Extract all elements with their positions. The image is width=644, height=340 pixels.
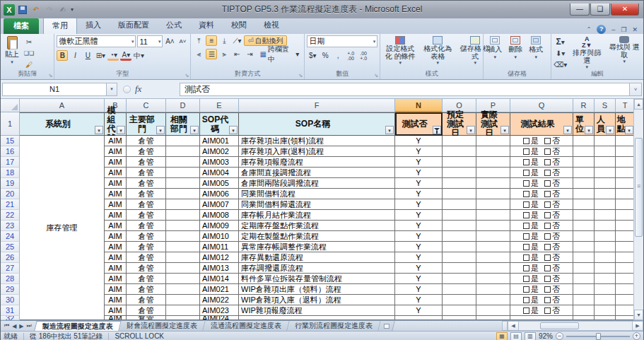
cell-related[interactable] — [166, 168, 200, 178]
cell-r[interactable] — [573, 242, 595, 252]
increase-indent-icon[interactable]: ⇥ — [244, 49, 255, 59]
scroll-left-icon[interactable]: ◀ — [508, 321, 519, 331]
clipboard-dialog-launcher-icon[interactable]: ⇘ — [49, 73, 53, 78]
align-right-icon[interactable]: ⫸ — [218, 49, 230, 59]
cell-s[interactable] — [595, 252, 616, 263]
scroll-up-icon[interactable]: ▲ — [634, 99, 643, 110]
column-header-D[interactable]: D — [166, 99, 200, 112]
row-header-30[interactable]: 30 — [1, 295, 20, 305]
sort-filter-button[interactable]: AZ▼ 排序與篩選▾ — [569, 35, 604, 70]
header-cell-N1[interactable]: 測試否 — [395, 112, 443, 136]
cell-actual-date[interactable] — [476, 136, 510, 146]
cell-module[interactable]: AIM — [105, 210, 127, 221]
checkbox-yes-icon[interactable] — [523, 159, 529, 165]
cell-module[interactable]: AIM — [105, 221, 127, 231]
cell-planned-date[interactable] — [443, 157, 476, 168]
cell-related[interactable] — [166, 252, 200, 263]
cell-module[interactable]: AIM — [105, 178, 127, 189]
cell-dept[interactable]: 倉管 — [127, 157, 166, 168]
header-cell-R1[interactable]: 單位▾ — [573, 112, 595, 136]
cell-t[interactable] — [616, 221, 635, 231]
header-cell-P1[interactable]: 實際測試日▾ — [476, 112, 510, 136]
checkbox-no-icon[interactable] — [544, 180, 551, 187]
cell-dept[interactable]: 倉管 — [127, 263, 166, 274]
row-header-16[interactable]: 16 — [1, 146, 20, 157]
cell-module[interactable]: AIM — [105, 305, 127, 316]
cell-r[interactable] — [573, 136, 595, 146]
underline-button[interactable]: U — [82, 50, 93, 61]
column-header-A[interactable]: A — [20, 99, 105, 112]
name-box-dropdown-icon[interactable]: ▾ — [107, 83, 117, 96]
cell-test-result[interactable]: 是否 — [510, 305, 573, 316]
conditional-formatting-button[interactable]: 設定格式化 的條件▾ — [382, 35, 418, 70]
number-dialog-launcher-icon[interactable]: ⇘ — [374, 73, 378, 78]
header-cell-O1[interactable]: 預定測試日▾ — [443, 112, 476, 136]
cell-test-flag[interactable]: Y — [395, 210, 443, 221]
cell-sop-code[interactable]: AIM022 — [200, 295, 239, 305]
header-cell-D1[interactable]: 相關部門▾ — [166, 112, 200, 136]
cell-related[interactable] — [166, 305, 200, 316]
ribbon-tab-版面配置[interactable]: 版面配置 — [110, 18, 158, 34]
cell-r[interactable] — [573, 263, 595, 274]
cell-dept[interactable]: 倉管 — [127, 295, 166, 305]
cell-test-result[interactable] — [510, 316, 573, 320]
checkbox-yes-icon[interactable] — [523, 233, 529, 240]
header-cell-C1[interactable]: 主要部門▾ — [127, 112, 166, 136]
cell-sop-name[interactable]: 同業間借料歸還流程 — [239, 199, 395, 210]
cell-t[interactable] — [616, 305, 635, 316]
cell-t[interactable] — [616, 284, 635, 295]
row-header-22[interactable]: 22 — [1, 210, 20, 221]
checkbox-no-icon[interactable] — [544, 265, 551, 271]
row-header-26[interactable]: 26 — [1, 252, 20, 263]
shrink-font-icon[interactable]: A˅ — [177, 36, 188, 47]
expand-formula-bar-icon[interactable]: ˅ — [630, 83, 642, 96]
cell-r[interactable] — [573, 252, 595, 263]
column-header-Q[interactable]: Q — [510, 99, 573, 112]
prev-sheet-icon[interactable]: ◀ — [12, 323, 16, 329]
cell-test-result[interactable]: 是否 — [510, 221, 573, 231]
cell-sop-name[interactable] — [239, 316, 395, 320]
redo-icon[interactable]: ↷ — [44, 4, 55, 16]
select-all-corner[interactable] — [1, 99, 20, 112]
cell-test-flag[interactable]: Y — [395, 242, 443, 252]
cell-test-flag[interactable]: Y — [395, 199, 443, 210]
page-layout-view-icon[interactable]: ▤ — [510, 332, 522, 340]
cell-t[interactable] — [616, 316, 635, 320]
cell-sop-code[interactable]: AIM008 — [200, 210, 239, 221]
cell-s[interactable] — [595, 242, 616, 252]
row-header-32[interactable]: 32 — [1, 316, 20, 320]
cell-module[interactable]: AIM — [105, 199, 127, 210]
cell-sop-name[interactable]: 庫存帳月結作業流程 — [239, 210, 395, 221]
page-break-view-icon[interactable]: ▥ — [525, 332, 536, 340]
cell-sop-name[interactable]: 定期在製盤點作業流程 — [239, 231, 395, 242]
checkbox-no-icon[interactable] — [544, 170, 551, 176]
cell-r[interactable] — [573, 199, 595, 210]
cell-dept[interactable]: 倉管 — [127, 178, 166, 189]
column-header-C[interactable]: C — [127, 99, 166, 112]
cell-related[interactable] — [166, 136, 200, 146]
cell-sop-code[interactable]: AIM011 — [200, 242, 239, 252]
cell-s[interactable] — [595, 178, 616, 189]
zoom-level[interactable]: 92% — [539, 332, 553, 340]
cell-test-flag[interactable]: Y — [395, 305, 443, 316]
cell-related[interactable] — [166, 231, 200, 242]
help-icon[interactable]: ? — [597, 25, 606, 34]
cell-planned-date[interactable] — [443, 274, 476, 284]
cell-related[interactable] — [166, 242, 200, 252]
filter-dropdown-icon-C[interactable]: ▾ — [156, 126, 165, 134]
cell-dept[interactable]: 倉管 — [127, 316, 166, 320]
column-header-T[interactable]: T — [616, 99, 635, 112]
cell-actual-date[interactable] — [476, 252, 510, 263]
zoom-in-icon[interactable]: + — [633, 332, 640, 340]
font-name-combo[interactable]: 微軟正黑體▾ — [57, 35, 136, 47]
checkbox-no-icon[interactable] — [544, 191, 551, 197]
cell-related[interactable] — [166, 316, 200, 320]
merge-center-button[interactable]: ▦跨欄置中▾ — [257, 49, 302, 59]
cell-related[interactable] — [166, 295, 200, 305]
cell-test-result[interactable]: 是否 — [510, 242, 573, 252]
header-cell-E1[interactable]: SOP代碼▾ — [200, 112, 239, 136]
cell-planned-date[interactable] — [443, 136, 476, 146]
cell-related[interactable] — [166, 221, 200, 231]
tab-split-handle[interactable] — [502, 321, 508, 331]
cell-dept[interactable]: 倉管 — [127, 136, 166, 146]
